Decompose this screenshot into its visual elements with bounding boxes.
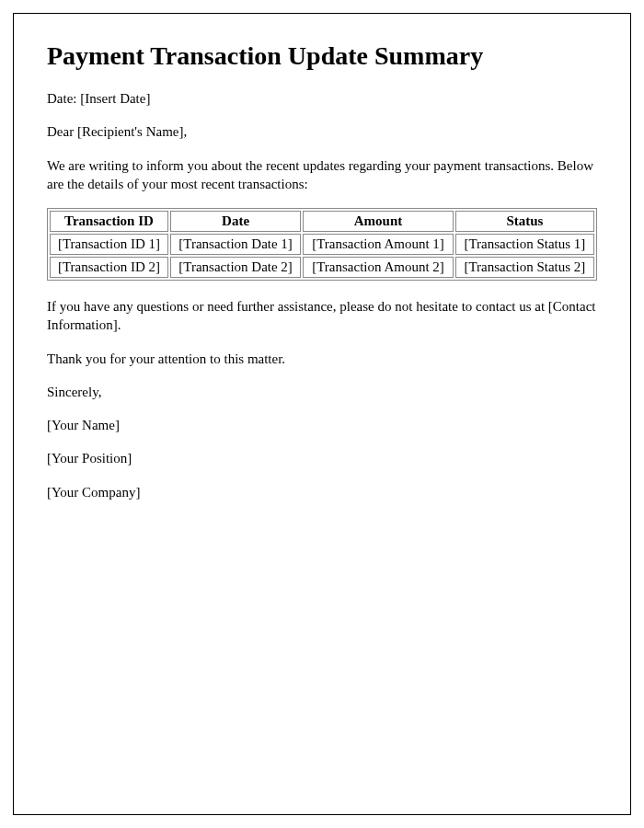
signature-company: [Your Company] [47,483,597,501]
table-header-row: Transaction ID Date Amount Status [50,211,594,232]
salutation: Dear [Recipient's Name], [47,122,597,141]
document-page: Payment Transaction Update Summary Date:… [13,13,631,815]
header-status: Status [455,211,594,232]
cell-amount: [Transaction Amount 1] [303,234,454,255]
table-row: [Transaction ID 1] [Transaction Date 1] … [50,234,594,255]
cell-date: [Transaction Date 2] [170,257,301,278]
closing: Sincerely, [47,383,597,401]
cell-transaction-id: [Transaction ID 2] [50,257,168,278]
table-row: [Transaction ID 2] [Transaction Date 2] … [50,257,594,278]
transaction-table: Transaction ID Date Amount Status [Trans… [47,208,597,281]
page-title: Payment Transaction Update Summary [47,41,597,71]
cell-amount: [Transaction Amount 2] [303,257,454,278]
cell-status: [Transaction Status 1] [455,234,594,255]
cell-date: [Transaction Date 1] [170,234,301,255]
thanks-paragraph: Thank you for your attention to this mat… [47,350,597,368]
cell-status: [Transaction Status 2] [455,257,594,278]
date-line: Date: [Insert Date] [47,89,597,108]
signature-name: [Your Name] [47,416,597,434]
cell-transaction-id: [Transaction ID 1] [50,234,168,255]
header-amount: Amount [303,211,454,232]
contact-paragraph: If you have any questions or need furthe… [47,297,597,335]
header-date: Date [170,211,301,232]
header-transaction-id: Transaction ID [50,211,168,232]
intro-paragraph: We are writing to inform you about the r… [47,156,597,194]
signature-position: [Your Position] [47,449,597,467]
